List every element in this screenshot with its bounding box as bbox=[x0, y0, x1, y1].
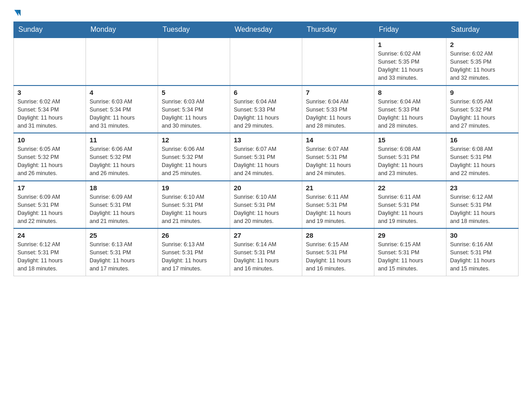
day-number: 30 bbox=[450, 231, 515, 239]
calendar-cell: 14Sunrise: 6:07 AMSunset: 5:31 PMDayligh… bbox=[302, 133, 374, 181]
day-number: 4 bbox=[90, 89, 154, 96]
day-number: 27 bbox=[234, 231, 298, 239]
calendar-cell: 26Sunrise: 6:13 AMSunset: 5:31 PMDayligh… bbox=[158, 228, 230, 276]
day-number: 13 bbox=[234, 136, 298, 144]
calendar-cell: 7Sunrise: 6:04 AMSunset: 5:33 PMDaylight… bbox=[302, 86, 374, 133]
weekday-header-sunday: Sunday bbox=[14, 22, 86, 38]
day-info: Sunrise: 6:03 AMSunset: 5:34 PMDaylight:… bbox=[90, 98, 154, 130]
calendar-cell: 16Sunrise: 6:08 AMSunset: 5:31 PMDayligh… bbox=[446, 133, 519, 181]
calendar-cell bbox=[86, 38, 158, 86]
day-number: 15 bbox=[378, 136, 442, 144]
weekday-header-wednesday: Wednesday bbox=[230, 22, 302, 38]
calendar-cell: 23Sunrise: 6:12 AMSunset: 5:31 PMDayligh… bbox=[446, 181, 519, 229]
calendar-cell: 24Sunrise: 6:12 AMSunset: 5:31 PMDayligh… bbox=[14, 228, 86, 276]
day-info: Sunrise: 6:08 AMSunset: 5:31 PMDaylight:… bbox=[378, 145, 442, 178]
calendar-cell: 17Sunrise: 6:09 AMSunset: 5:31 PMDayligh… bbox=[14, 181, 86, 229]
day-number: 9 bbox=[450, 89, 515, 96]
day-number: 24 bbox=[17, 231, 82, 239]
day-number: 22 bbox=[378, 184, 442, 192]
calendar-cell: 18Sunrise: 6:09 AMSunset: 5:31 PMDayligh… bbox=[86, 181, 158, 229]
day-info: Sunrise: 6:05 AMSunset: 5:32 PMDaylight:… bbox=[450, 98, 515, 130]
day-info: Sunrise: 6:07 AMSunset: 5:31 PMDaylight:… bbox=[306, 145, 370, 178]
day-info: Sunrise: 6:10 AMSunset: 5:31 PMDaylight:… bbox=[162, 193, 226, 226]
calendar-cell bbox=[230, 38, 302, 86]
calendar-cell: 20Sunrise: 6:10 AMSunset: 5:31 PMDayligh… bbox=[230, 181, 302, 229]
day-number: 3 bbox=[17, 89, 82, 96]
calendar-cell: 12Sunrise: 6:06 AMSunset: 5:32 PMDayligh… bbox=[158, 133, 230, 181]
calendar-cell: 3Sunrise: 6:02 AMSunset: 5:34 PMDaylight… bbox=[14, 86, 86, 133]
calendar-table: SundayMondayTuesdayWednesdayThursdayFrid… bbox=[13, 21, 519, 276]
calendar-cell: 22Sunrise: 6:11 AMSunset: 5:31 PMDayligh… bbox=[374, 181, 446, 229]
day-info: Sunrise: 6:11 AMSunset: 5:31 PMDaylight:… bbox=[378, 193, 442, 226]
day-info: Sunrise: 6:15 AMSunset: 5:31 PMDaylight:… bbox=[306, 240, 370, 273]
calendar-cell: 2Sunrise: 6:02 AMSunset: 5:35 PMDaylight… bbox=[446, 38, 519, 86]
day-number: 29 bbox=[378, 231, 442, 239]
day-number: 2 bbox=[450, 41, 515, 48]
calendar-cell: 10Sunrise: 6:05 AMSunset: 5:32 PMDayligh… bbox=[14, 133, 86, 181]
week-row-2: 3Sunrise: 6:02 AMSunset: 5:34 PMDaylight… bbox=[14, 86, 519, 133]
calendar-cell: 5Sunrise: 6:03 AMSunset: 5:34 PMDaylight… bbox=[158, 86, 230, 133]
day-number: 5 bbox=[162, 89, 226, 96]
week-row-1: 1Sunrise: 6:02 AMSunset: 5:35 PMDaylight… bbox=[14, 38, 519, 86]
day-info: Sunrise: 6:16 AMSunset: 5:31 PMDaylight:… bbox=[450, 240, 515, 273]
week-row-5: 24Sunrise: 6:12 AMSunset: 5:31 PMDayligh… bbox=[14, 228, 519, 276]
day-info: Sunrise: 6:12 AMSunset: 5:31 PMDaylight:… bbox=[450, 193, 515, 226]
day-info: Sunrise: 6:02 AMSunset: 5:35 PMDaylight:… bbox=[450, 50, 515, 82]
day-number: 21 bbox=[306, 184, 370, 192]
day-info: Sunrise: 6:08 AMSunset: 5:31 PMDaylight:… bbox=[450, 145, 515, 178]
calendar-cell: 15Sunrise: 6:08 AMSunset: 5:31 PMDayligh… bbox=[374, 133, 446, 181]
day-info: Sunrise: 6:04 AMSunset: 5:33 PMDaylight:… bbox=[234, 98, 298, 130]
weekday-header-row: SundayMondayTuesdayWednesdayThursdayFrid… bbox=[14, 22, 519, 38]
day-number: 23 bbox=[450, 184, 515, 192]
calendar-cell: 11Sunrise: 6:06 AMSunset: 5:32 PMDayligh… bbox=[86, 133, 158, 181]
weekday-header-thursday: Thursday bbox=[302, 22, 374, 38]
day-number: 28 bbox=[306, 231, 370, 239]
day-number: 1 bbox=[378, 41, 442, 48]
calendar-cell: 6Sunrise: 6:04 AMSunset: 5:33 PMDaylight… bbox=[230, 86, 302, 133]
weekday-header-friday: Friday bbox=[374, 22, 446, 38]
day-info: Sunrise: 6:05 AMSunset: 5:32 PMDaylight:… bbox=[17, 145, 82, 178]
day-number: 25 bbox=[90, 231, 154, 239]
day-number: 26 bbox=[162, 231, 226, 239]
calendar-cell bbox=[158, 38, 230, 86]
day-number: 18 bbox=[90, 184, 154, 192]
day-info: Sunrise: 6:07 AMSunset: 5:31 PMDaylight:… bbox=[234, 145, 298, 178]
week-row-4: 17Sunrise: 6:09 AMSunset: 5:31 PMDayligh… bbox=[14, 181, 519, 229]
day-number: 8 bbox=[378, 89, 442, 96]
calendar-cell: 13Sunrise: 6:07 AMSunset: 5:31 PMDayligh… bbox=[230, 133, 302, 181]
day-info: Sunrise: 6:06 AMSunset: 5:32 PMDaylight:… bbox=[162, 145, 226, 178]
day-info: Sunrise: 6:09 AMSunset: 5:31 PMDaylight:… bbox=[17, 193, 82, 226]
calendar-cell: 21Sunrise: 6:11 AMSunset: 5:31 PMDayligh… bbox=[302, 181, 374, 229]
day-info: Sunrise: 6:06 AMSunset: 5:32 PMDaylight:… bbox=[90, 145, 154, 178]
calendar-cell: 4Sunrise: 6:03 AMSunset: 5:34 PMDaylight… bbox=[86, 86, 158, 133]
day-info: Sunrise: 6:10 AMSunset: 5:31 PMDaylight:… bbox=[234, 193, 298, 226]
day-info: Sunrise: 6:15 AMSunset: 5:31 PMDaylight:… bbox=[378, 240, 442, 273]
day-info: Sunrise: 6:12 AMSunset: 5:31 PMDaylight:… bbox=[17, 240, 82, 273]
calendar-cell: 1Sunrise: 6:02 AMSunset: 5:35 PMDaylight… bbox=[374, 38, 446, 86]
day-number: 10 bbox=[17, 136, 82, 144]
day-number: 14 bbox=[306, 136, 370, 144]
week-row-3: 10Sunrise: 6:05 AMSunset: 5:32 PMDayligh… bbox=[14, 133, 519, 181]
calendar-cell bbox=[302, 38, 374, 86]
day-info: Sunrise: 6:13 AMSunset: 5:31 PMDaylight:… bbox=[162, 240, 226, 273]
day-number: 7 bbox=[306, 89, 370, 96]
weekday-header-saturday: Saturday bbox=[446, 22, 519, 38]
day-number: 12 bbox=[162, 136, 226, 144]
day-info: Sunrise: 6:03 AMSunset: 5:34 PMDaylight:… bbox=[162, 98, 226, 130]
day-number: 16 bbox=[450, 136, 515, 144]
weekday-header-tuesday: Tuesday bbox=[158, 22, 230, 38]
day-number: 6 bbox=[234, 89, 298, 96]
logo-chevron-icon bbox=[14, 10, 21, 18]
calendar-cell: 29Sunrise: 6:15 AMSunset: 5:31 PMDayligh… bbox=[374, 228, 446, 276]
day-info: Sunrise: 6:11 AMSunset: 5:31 PMDaylight:… bbox=[306, 193, 370, 226]
weekday-header-monday: Monday bbox=[86, 22, 158, 38]
day-number: 20 bbox=[234, 184, 298, 192]
calendar-cell: 28Sunrise: 6:15 AMSunset: 5:31 PMDayligh… bbox=[302, 228, 374, 276]
day-info: Sunrise: 6:02 AMSunset: 5:34 PMDaylight:… bbox=[17, 98, 82, 130]
day-info: Sunrise: 6:09 AMSunset: 5:31 PMDaylight:… bbox=[90, 193, 154, 226]
logo bbox=[13, 9, 21, 17]
day-number: 19 bbox=[162, 184, 226, 192]
day-info: Sunrise: 6:02 AMSunset: 5:35 PMDaylight:… bbox=[378, 50, 442, 82]
calendar-cell bbox=[14, 38, 86, 86]
calendar-cell: 8Sunrise: 6:04 AMSunset: 5:33 PMDaylight… bbox=[374, 86, 446, 133]
